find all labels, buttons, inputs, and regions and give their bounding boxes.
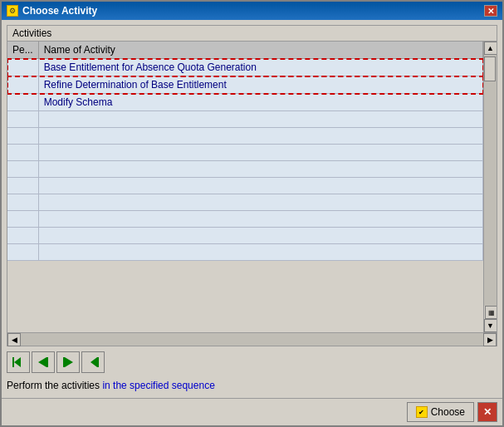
table-row[interactable] [7,145,483,161]
scroll-track-h [21,333,483,346]
scroll-right-button[interactable]: ▶ [483,333,497,346]
cell-pe [7,59,38,76]
cell-pe [7,94,38,111]
table-row[interactable] [7,211,483,228]
scroll-track [484,55,497,306]
content-area: Activities Pe... Name of Activity Base E… [2,20,502,398]
cell-pe [7,178,38,194]
cell-name: Modify Schema [38,94,482,111]
activities-table: Pe... Name of Activity Base Entitlement … [7,42,483,261]
column-select-icon[interactable]: ▦ [485,306,497,319]
scroll-up-button[interactable]: ▲ [484,42,497,55]
window-icon: ⚙ [7,5,18,17]
choose-label: Choose [431,406,465,418]
table-row[interactable]: Refine Determination of Base Entitlement [7,76,483,94]
cell-name [38,211,482,228]
choose-icon: ✔ [416,406,428,418]
svg-marker-4 [65,357,73,367]
cell-pe [7,145,38,161]
svg-marker-2 [38,357,46,367]
table-row[interactable]: Base Entitlement for Absence Quota Gener… [7,59,483,76]
table-wrapper: Pe... Name of Activity Base Entitlement … [7,42,483,332]
group-label: Activities [7,26,497,42]
title-bar: ⚙ Choose Activity ✕ [2,2,502,20]
table-container: Pe... Name of Activity Base Entitlement … [7,42,497,332]
cell-pe [7,244,38,261]
cell-name: Refine Determination of Base Entitlement [38,76,482,94]
col-header-pe: Pe... [7,42,38,59]
previous-button[interactable] [32,351,55,373]
cell-pe [7,128,38,145]
info-pre: Perform the activities [7,380,102,391]
info-text: Perform the activities in the specified … [7,378,497,393]
svg-marker-1 [14,357,21,367]
table-row[interactable] [7,128,483,145]
cell-pe [7,161,38,178]
svg-rect-5 [63,357,65,367]
horizontal-scrollbar[interactable]: ◀ ▶ [7,332,497,346]
first-button[interactable] [7,351,30,373]
table-row[interactable] [7,178,483,194]
vertical-scrollbar[interactable]: ▲ ▦ ▼ [483,42,497,332]
bottom-bar: ✔ Choose ✕ [2,398,502,425]
window-close-button[interactable]: ✕ [484,5,497,17]
toolbar [7,351,497,373]
table-row[interactable]: Modify Schema [7,94,483,111]
cell-name [38,128,482,145]
scroll-left-button[interactable]: ◀ [7,333,21,346]
scroll-thumb[interactable] [484,56,496,81]
choose-button[interactable]: ✔ Choose [407,402,474,422]
scroll-down-button[interactable]: ▼ [484,319,497,332]
cell-name [38,145,482,161]
window-title: Choose Activity [22,5,97,17]
title-bar-left: ⚙ Choose Activity [7,5,97,17]
svg-rect-0 [12,357,14,367]
table-row[interactable] [7,111,483,128]
table-row[interactable] [7,161,483,178]
last-button[interactable] [81,351,105,373]
svg-marker-6 [91,357,97,367]
cell-name [38,228,482,244]
info-highlight: in the specified sequence [102,380,214,391]
cell-name [38,111,482,128]
cell-name: Base Entitlement for Absence Quota Gener… [38,59,482,76]
cancel-button[interactable]: ✕ [477,402,497,422]
cell-pe [7,111,38,128]
choose-activity-dialog: ⚙ Choose Activity ✕ Activities Pe... Nam… [0,0,504,427]
cell-name [38,178,482,194]
activities-group: Activities Pe... Name of Activity Base E… [7,25,497,346]
cell-name [38,161,482,178]
cell-pe [7,228,38,244]
next-button[interactable] [56,351,80,373]
cell-pe [7,76,38,94]
cell-name [38,194,482,211]
svg-rect-3 [46,357,48,367]
svg-rect-7 [97,357,99,367]
table-row[interactable] [7,244,483,261]
col-header-name: Name of Activity [38,42,482,59]
table-row[interactable] [7,228,483,244]
cell-pe [7,211,38,228]
table-row[interactable] [7,194,483,211]
cell-name [38,244,482,261]
cell-pe [7,194,38,211]
